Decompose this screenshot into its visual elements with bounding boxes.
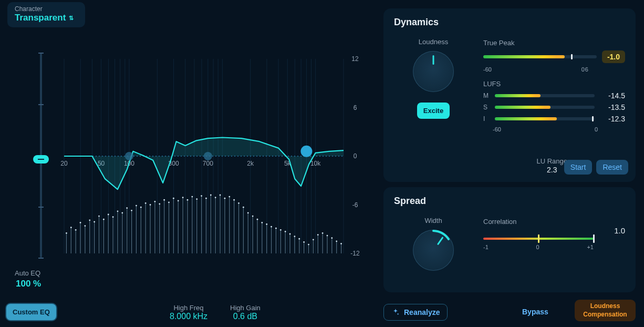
svg-point-91 [168, 201, 170, 203]
tp-scale-max: 6 [585, 66, 588, 73]
auto-eq-slider-thumb[interactable] [33, 155, 49, 164]
svg-point-117 [228, 196, 230, 198]
custom-eq-button[interactable]: Custom EQ [6, 304, 56, 320]
svg-point-149 [303, 241, 305, 243]
spread-panel: Spread Width Correlation -1 0 +1 1.0 [383, 187, 636, 292]
svg-point-159 [327, 235, 328, 237]
chevron-updown-icon: ⇅ [69, 15, 72, 22]
auto-eq-value: 100 % [16, 279, 41, 289]
high-freq-value[interactable]: 8.000 kHz [170, 312, 207, 321]
svg-point-89 [163, 199, 165, 201]
svg-point-71 [121, 212, 123, 214]
svg-point-109 [210, 195, 212, 196]
lufs-row-i: I -12.3 [483, 115, 625, 123]
svg-point-111 [215, 197, 216, 198]
eq-handle-mid[interactable] [204, 152, 212, 160]
svg-point-155 [317, 234, 319, 236]
svg-point-153 [313, 239, 314, 240]
character-value: Transparent [15, 13, 66, 23]
excite-button[interactable]: Excite [417, 103, 450, 119]
svg-point-93 [173, 198, 174, 199]
loudness-compensation-button[interactable]: Loudness Compensation [575, 300, 636, 321]
svg-point-115 [224, 198, 226, 199]
svg-point-105 [201, 195, 202, 197]
svg-text:10k: 10k [310, 160, 321, 167]
high-gain-block: High Gain 0.6 dB [230, 304, 261, 321]
lufs-row-m: M -14.5 [483, 91, 625, 100]
svg-point-125 [247, 212, 249, 214]
svg-point-81 [145, 202, 147, 204]
svg-point-151 [308, 244, 309, 246]
svg-point-47 [66, 232, 67, 234]
svg-point-55 [85, 225, 86, 227]
svg-point-143 [289, 233, 291, 235]
lufs-M-label: M [483, 92, 490, 99]
correlation-meter [483, 238, 594, 240]
tp-scale-min: -60 [483, 66, 492, 73]
high-gain-label: High Gain [230, 304, 261, 312]
loudness-label: Loudness [399, 38, 468, 46]
width-knob[interactable] [413, 230, 454, 271]
svg-text:-6: -6 [352, 201, 358, 209]
lufs-M-meter [495, 94, 595, 97]
high-gain-value[interactable]: 0.6 dB [230, 312, 261, 321]
reanalyze-button[interactable]: Reanalyze [383, 304, 448, 321]
svg-text:20: 20 [60, 160, 68, 167]
svg-text:-12: -12 [350, 250, 360, 257]
svg-point-95 [178, 200, 179, 201]
character-label: Character [15, 5, 78, 13]
svg-point-87 [159, 203, 160, 205]
svg-point-121 [238, 202, 240, 204]
true-peak-meter [483, 55, 597, 58]
auto-eq-slider[interactable] [40, 53, 42, 258]
reset-button[interactable]: Reset [596, 160, 628, 175]
true-peak-value: -1.0 [602, 50, 625, 63]
svg-point-65 [108, 214, 109, 216]
width-label: Width [399, 217, 468, 224]
lu-range-value: 2.3 [547, 166, 557, 174]
high-freq-block: High Freq 8.000 kHz [170, 304, 207, 321]
svg-point-133 [266, 223, 267, 225]
tp-scale-zero: 0 [581, 66, 585, 73]
correlation-value: 1.0 [614, 226, 625, 235]
loudness-knob[interactable] [413, 51, 454, 92]
corr-scale-zero: 0 [536, 244, 539, 250]
svg-point-69 [117, 210, 119, 212]
character-select[interactable]: Character Transparent ⇅ [7, 2, 85, 27]
svg-text:6: 6 [354, 104, 357, 111]
eq-chart[interactable]: -12-6061220501003007002k5k10k [59, 48, 369, 269]
svg-text:12: 12 [351, 55, 359, 63]
svg-point-119 [233, 199, 235, 201]
corr-scale-neg: -1 [483, 244, 489, 250]
svg-point-145 [294, 236, 296, 237]
svg-point-63 [103, 219, 105, 220]
true-peak-label: True Peak [483, 39, 515, 47]
svg-point-99 [187, 199, 189, 201]
lufs-label: LUFS [483, 80, 501, 88]
lu-range-block: LU Range 2.3 [536, 157, 567, 175]
svg-point-103 [196, 198, 198, 200]
svg-point-129 [257, 219, 258, 220]
svg-point-113 [220, 195, 221, 196]
svg-point-75 [131, 210, 132, 211]
lufs-scale-zero: 0 [595, 126, 598, 132]
sparkle-icon [391, 308, 400, 316]
high-freq-label: High Freq [170, 304, 207, 312]
svg-point-123 [243, 207, 244, 208]
reanalyze-label: Reanalyze [404, 308, 440, 316]
svg-text:700: 700 [203, 160, 213, 167]
svg-point-83 [150, 204, 151, 206]
eq-handle-high[interactable] [300, 146, 312, 157]
start-button[interactable]: Start [564, 160, 593, 175]
bypass-button[interactable]: Bypass [515, 304, 556, 320]
svg-point-97 [182, 197, 184, 198]
lufs-row-s: S -13.5 [483, 103, 625, 111]
lu-range-label: LU Range [536, 157, 567, 165]
eq-handle-low[interactable] [125, 152, 133, 160]
spread-title: Spread [394, 196, 625, 207]
svg-point-53 [80, 222, 81, 223]
svg-point-61 [98, 216, 100, 217]
lufs-M-value: -14.5 [600, 91, 625, 100]
svg-point-49 [70, 227, 72, 228]
svg-point-107 [205, 198, 207, 199]
